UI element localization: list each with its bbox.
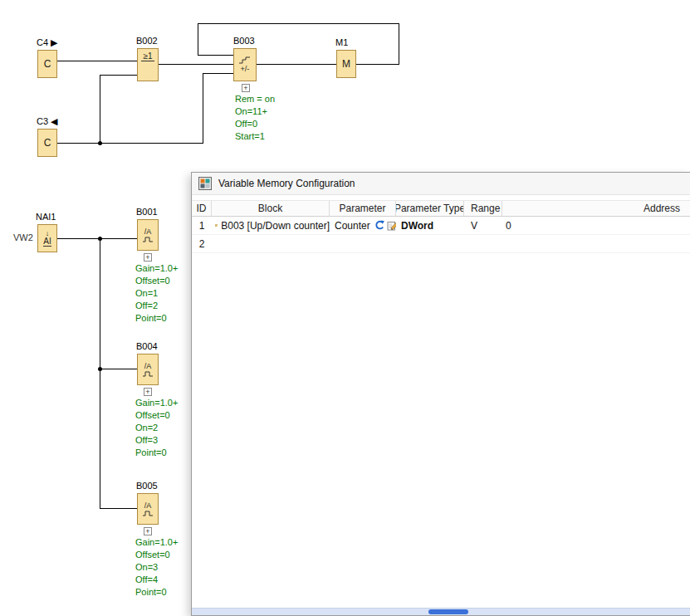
param-line: Gain=1.0+ (135, 262, 178, 275)
cell-block-text: B003 [Up/Down counter] (221, 220, 330, 232)
table-header: ID Block Parameter Parameter Type Range … (192, 200, 690, 217)
param-line: Gain=1.0+ (135, 536, 178, 549)
wire (100, 508, 137, 509)
cell-address (502, 235, 690, 252)
wire (100, 369, 137, 369)
block-b002-or[interactable]: ≥1 (137, 48, 159, 81)
block-b004-analog-amplifier[interactable]: /A (137, 354, 159, 385)
block-label-b005: B005 (136, 481, 158, 491)
block-b003-updown-counter[interactable]: +/- (233, 48, 257, 81)
cursor-key-icon: C (44, 137, 51, 149)
block-params-b005: Gain=1.0+Offset=0On=3Off=4Point=0 (135, 536, 178, 599)
cell-address: 0 (502, 217, 690, 234)
edit-pencil-icon[interactable] (387, 220, 396, 231)
block-label-nai1: NAI1 (36, 212, 56, 222)
wire-junction (98, 237, 102, 241)
network-input-arrow-icon: ↓ (46, 230, 50, 237)
scrollbar-thumb[interactable] (428, 609, 468, 614)
dialog-title: Variable Memory Configuration (218, 178, 355, 189)
wire-junction (98, 141, 102, 145)
counter-block-icon (215, 220, 218, 231)
block-label-b001: B001 (136, 207, 158, 217)
block-label-b003: B003 (233, 36, 255, 46)
param-line: Point=0 (135, 447, 178, 459)
block-params-b001: Gain=1.0+Offset=0On=1Off=2Point=0 (135, 262, 178, 325)
cell-parameter-type (396, 235, 464, 252)
refresh-icon[interactable] (374, 220, 385, 232)
block-b001-analog-amplifier[interactable]: /A (137, 219, 159, 251)
wire (198, 23, 399, 24)
col-header-address[interactable]: Address (502, 201, 690, 216)
wire (203, 73, 203, 144)
col-header-block[interactable]: Block (212, 201, 330, 216)
cell-block: B003 [Up/Down counter] (212, 217, 330, 234)
flag-icon: M (342, 58, 350, 70)
param-line: Off=0 (235, 118, 275, 130)
wire (159, 64, 233, 65)
param-line: Offset=0 (135, 275, 178, 287)
block-b005-analog-amplifier[interactable]: /A (137, 493, 159, 525)
pulse-icon (142, 510, 154, 516)
block-c3-cursor-key[interactable]: C (37, 129, 57, 157)
horizontal-scrollbar[interactable] (192, 608, 690, 615)
cell-range: V (464, 217, 502, 234)
expand-icon[interactable]: + (144, 527, 152, 535)
wire (57, 238, 137, 239)
cell-parameter (330, 235, 396, 252)
cell-range (464, 235, 502, 252)
table-row[interactable]: 2 (192, 235, 690, 253)
block-m1-flag[interactable]: M (336, 50, 356, 78)
plus-minus-icon: +/- (241, 65, 250, 73)
param-line: On=1 (135, 287, 178, 300)
param-line: Off=4 (135, 574, 178, 586)
expand-icon[interactable]: + (144, 388, 152, 396)
block-nai1-network-analog-input[interactable]: ↓ AI (37, 224, 57, 252)
table-row[interactable]: 1 B003 [Up/Down counter] Counter (192, 217, 690, 235)
wire (198, 23, 198, 56)
param-line: Gain=1.0+ (135, 397, 178, 409)
param-line: Point=0 (135, 312, 178, 325)
block-label-m1: M1 (335, 37, 348, 47)
block-params-b003: Rem = onOn=11+Off=0Start=1 (235, 93, 275, 143)
expand-icon[interactable]: + (242, 84, 250, 92)
or-gate-icon: ≥1 (141, 51, 154, 61)
wire-junction (98, 367, 102, 371)
cell-parameter: Counter (330, 217, 396, 234)
counter-stairs-icon (238, 56, 252, 64)
wire (100, 75, 137, 76)
block-c4-cursor-key[interactable]: C (37, 50, 57, 78)
analog-amp-icon: /A (144, 363, 152, 370)
block-label-c3: C3 ◀ (37, 116, 58, 127)
block-label-b004: B004 (136, 341, 158, 351)
param-line: On=3 (135, 561, 178, 574)
param-line: On=2 (135, 422, 178, 434)
param-line: Off=2 (135, 300, 178, 312)
col-header-parameter-type[interactable]: Parameter Type (396, 201, 464, 216)
col-header-id[interactable]: ID (192, 201, 212, 216)
analog-amp-icon: /A (144, 502, 152, 510)
block-label-b002: B002 (136, 36, 158, 46)
wire (100, 238, 100, 509)
col-header-range[interactable]: Range (464, 201, 502, 216)
pulse-icon (142, 236, 154, 242)
wire (198, 55, 233, 56)
param-line: Offset=0 (135, 409, 178, 422)
cell-id: 1 (192, 217, 212, 234)
dialog-icon (198, 177, 212, 190)
block-params-b004: Gain=1.0+Offset=0On=2Off=3Point=0 (135, 397, 178, 459)
wire (356, 64, 399, 65)
cursor-key-icon: C (44, 58, 51, 70)
param-line: Point=0 (135, 586, 178, 599)
param-line: Offset=0 (135, 549, 178, 561)
variable-memory-dialog: Variable Memory Configuration ID Block P… (191, 172, 690, 616)
wire (57, 61, 137, 61)
cell-id: 2 (192, 235, 212, 252)
param-line: Rem = on (235, 93, 275, 105)
dialog-titlebar[interactable]: Variable Memory Configuration (192, 173, 690, 195)
param-line: On=11+ (235, 105, 275, 118)
expand-icon[interactable]: + (144, 253, 152, 262)
wire (57, 143, 203, 144)
wire (100, 75, 100, 144)
wire (257, 64, 336, 65)
col-header-parameter[interactable]: Parameter (330, 201, 396, 216)
